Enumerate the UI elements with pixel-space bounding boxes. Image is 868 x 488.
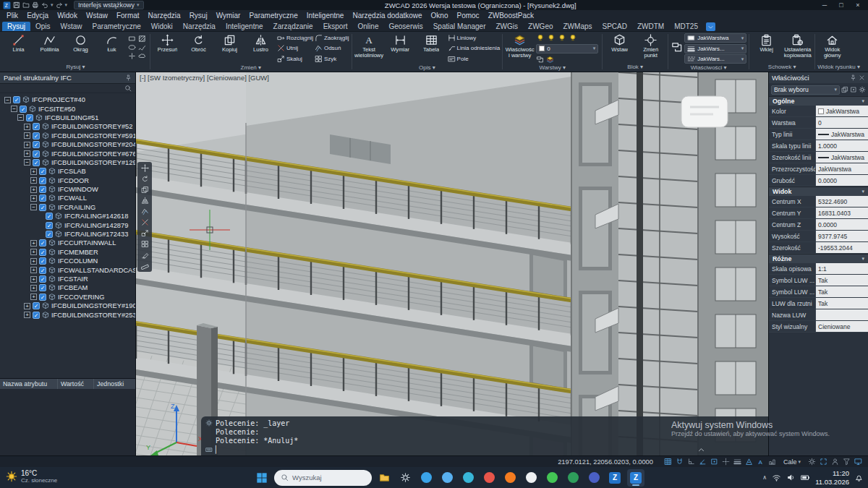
layer-bulb-icon[interactable] bbox=[569, 33, 577, 42]
ribbon-group-label[interactable]: Zmień ▾ bbox=[153, 64, 349, 72]
tree-expander[interactable]: + bbox=[30, 267, 37, 273]
close-button[interactable]: × bbox=[851, 1, 865, 9]
vp-tool-copy[interactable] bbox=[141, 186, 149, 194]
clock[interactable]: 11:20 11.03.2026 bbox=[815, 469, 849, 486]
taskbar-app-photos[interactable] bbox=[438, 469, 456, 487]
taskbar-app-zwcad[interactable]: Z bbox=[606, 469, 624, 487]
tree-item-ifcslab[interactable]: +✓IFCSLAB bbox=[2, 167, 135, 176]
menu-inteligentne[interactable]: Inteligentne bbox=[302, 11, 349, 20]
tree-item-ifcbuildingstorey-253614[interactable]: +✓IFCBUILDINGSTOREY#253614 bbox=[2, 310, 135, 319]
visibility-checkbox[interactable]: ✓ bbox=[39, 186, 46, 193]
taskbar-app-teams[interactable] bbox=[585, 469, 603, 487]
tree-expander[interactable]: − bbox=[4, 97, 11, 103]
menu-zwboostpack[interactable]: ZWBoostPack bbox=[484, 11, 538, 20]
ribbon-rozciągnij[interactable]: Rozciągnij bbox=[277, 33, 313, 43]
visibility-checkbox[interactable]: ✓ bbox=[33, 132, 40, 140]
ribbon-tab-widoki[interactable]: Widoki bbox=[146, 22, 178, 31]
ribbon-tekst-wieloliniowy[interactable]: ATekst wieloliniowy bbox=[354, 33, 384, 59]
ribbon-utnij[interactable]: Utnij bbox=[277, 43, 313, 53]
visibility-checkbox[interactable]: ✓ bbox=[39, 284, 46, 291]
menu-plik[interactable]: Plik bbox=[2, 11, 22, 20]
tree-item-ifcwindow[interactable]: +✓IFCWINDOW bbox=[2, 185, 135, 194]
ribbon-widok-główny[interactable]: Widok główny bbox=[817, 33, 847, 59]
menu-rysuj[interactable]: Rysuj bbox=[185, 11, 212, 20]
status-lwt-toggle[interactable] bbox=[733, 458, 741, 466]
status-filter-button[interactable] bbox=[843, 458, 851, 466]
property-value-luw-dla-rzutni[interactable]: Tak bbox=[815, 298, 868, 309]
property-value-przezroczystość[interactable]: JakWarstwa bbox=[815, 163, 868, 174]
menu-narzędzia-dodatkowe[interactable]: Narzędzia dodatkowe bbox=[348, 11, 426, 20]
search-icon[interactable] bbox=[124, 85, 132, 92]
ribbon-obróć[interactable]: Obróć bbox=[184, 33, 213, 53]
tree-expander[interactable]: + bbox=[30, 187, 37, 193]
ribbon-group-label[interactable]: Rysuj ▾ bbox=[4, 64, 148, 71]
visibility-checkbox[interactable]: ✓ bbox=[33, 150, 40, 158]
status-osnap-toggle[interactable] bbox=[710, 458, 718, 466]
tree-item-ifcwall[interactable]: +✓IFCWALL bbox=[2, 194, 135, 202]
ribbon-cloud-icon[interactable] bbox=[138, 52, 148, 60]
tree-expander[interactable]: − bbox=[30, 204, 37, 210]
minimize-button[interactable]: ─ bbox=[817, 1, 832, 9]
ribbon-tab-spcad[interactable]: SPCAD bbox=[597, 22, 632, 31]
tree-item-ifcbuildingstorey-52[interactable]: +✓IFCBUILDINGSTOREY#52 bbox=[2, 122, 135, 131]
visibility-checkbox[interactable]: ✓ bbox=[39, 168, 46, 175]
ribbon-group-label[interactable]: Warstwy ▾ bbox=[505, 64, 600, 72]
property-dropdown-jakwars[interactable]: JakWars...▾ bbox=[684, 54, 746, 64]
ribbon-group-label[interactable]: Widok rysunku ▾ bbox=[817, 64, 860, 71]
visibility-checkbox[interactable]: ✓ bbox=[39, 275, 46, 283]
tree-expander[interactable]: + bbox=[24, 142, 30, 148]
ribbon-lustro[interactable]: Lustro bbox=[246, 33, 276, 53]
command-input[interactable]: ▏ bbox=[205, 445, 764, 454]
ribbon-tab-parametryczne[interactable]: Parametryczne bbox=[88, 22, 146, 31]
ribbon-tab-zwdtm[interactable]: ZWDTM bbox=[632, 22, 669, 31]
ribbon-przesuń[interactable]: Przesuń bbox=[153, 33, 182, 53]
status-scalelist-toggle[interactable] bbox=[768, 458, 776, 466]
tree-item-ifcbuilding-51[interactable]: −✓IFCBUILDING#51 bbox=[2, 114, 135, 122]
tree-expander[interactable]: − bbox=[24, 159, 30, 166]
ribbon-point-icon[interactable] bbox=[128, 52, 137, 60]
taskbar-app-file-explorer[interactable] bbox=[375, 469, 393, 487]
menu-wstaw[interactable]: Wstaw bbox=[82, 11, 112, 20]
property-value-kolor[interactable]: JakWarstwa bbox=[815, 106, 868, 116]
visibility-checkbox[interactable]: ✓ bbox=[13, 96, 20, 103]
tree-item-ifcrailing[interactable]: −✓IFCRAILING bbox=[2, 203, 135, 212]
select-objects-icon[interactable] bbox=[850, 86, 857, 93]
vp-tool-move[interactable] bbox=[141, 164, 149, 172]
ribbon-group-label[interactable]: Blok ▾ bbox=[605, 64, 665, 71]
tree-item-ifcsite-50[interactable]: −✓IFCSITE#50 bbox=[2, 104, 135, 113]
ribbon-tab-opis[interactable]: Opis bbox=[30, 22, 56, 31]
property-value-centrum-z[interactable]: 0.0000 bbox=[815, 219, 868, 230]
battery-icon[interactable] bbox=[801, 473, 810, 482]
status-monitor-button[interactable] bbox=[854, 458, 862, 466]
visibility-checkbox[interactable]: ✓ bbox=[39, 194, 46, 202]
layer-dropdown[interactable]: 0▾ bbox=[536, 44, 598, 53]
units-dropdown[interactable]: Cale▾ bbox=[783, 458, 801, 466]
hidden-icons-chevron[interactable]: ∧ bbox=[762, 474, 767, 481]
tree-expander[interactable]: + bbox=[30, 249, 37, 255]
command-expand-chevron[interactable] bbox=[697, 446, 705, 454]
interface-style-dropdown[interactable]: Interfejs wstążkowy▾ bbox=[74, 1, 144, 9]
visibility-checkbox[interactable]: ✓ bbox=[39, 177, 46, 184]
ribbon-ustawienia-kopiowania-i-wklejania[interactable]: Ustawienia kopiowania i wklejania bbox=[783, 33, 812, 59]
ribbon-rect-icon[interactable] bbox=[128, 35, 137, 43]
taskbar-app-edge[interactable] bbox=[459, 469, 477, 487]
tree-item-ifcrailing-142879[interactable]: ✓IFCRAILING#142879 bbox=[2, 221, 135, 229]
ribbon-tab-online[interactable]: Online bbox=[353, 22, 384, 31]
status-otrack-toggle[interactable] bbox=[722, 458, 730, 466]
ribbon-okrąg[interactable]: Okrąg bbox=[66, 33, 95, 53]
tree-expander[interactable]: + bbox=[24, 303, 30, 309]
tree-item-ifccolumn[interactable]: +✓IFCCOLUMN bbox=[2, 257, 135, 265]
property-value-symbol-luw[interactable]: Tak bbox=[815, 286, 868, 297]
tree-expander[interactable]: + bbox=[30, 195, 37, 202]
property-value-szerokość-linii[interactable]: JakWarstwa bbox=[815, 152, 868, 163]
taskbar-app-firefox[interactable] bbox=[501, 469, 519, 487]
tree-expander[interactable]: + bbox=[30, 285, 37, 291]
ribbon-szyk[interactable]: Szyk bbox=[315, 54, 349, 64]
ribbon-wklej[interactable]: Wklej bbox=[752, 33, 781, 53]
section-header-ogólne[interactable]: Ogólne▾ bbox=[769, 96, 868, 106]
maximize-button[interactable]: □ bbox=[834, 1, 848, 9]
viewport-controls-label[interactable]: [-] [SW Izometryczny] [Cieniowane] [GUW] bbox=[140, 74, 269, 82]
section-header-widok[interactable]: Widok▾ bbox=[769, 187, 868, 196]
ribbon-skaluj[interactable]: Skaluj bbox=[277, 54, 313, 64]
ribbon-group-label[interactable]: Opis ▾ bbox=[354, 64, 501, 72]
